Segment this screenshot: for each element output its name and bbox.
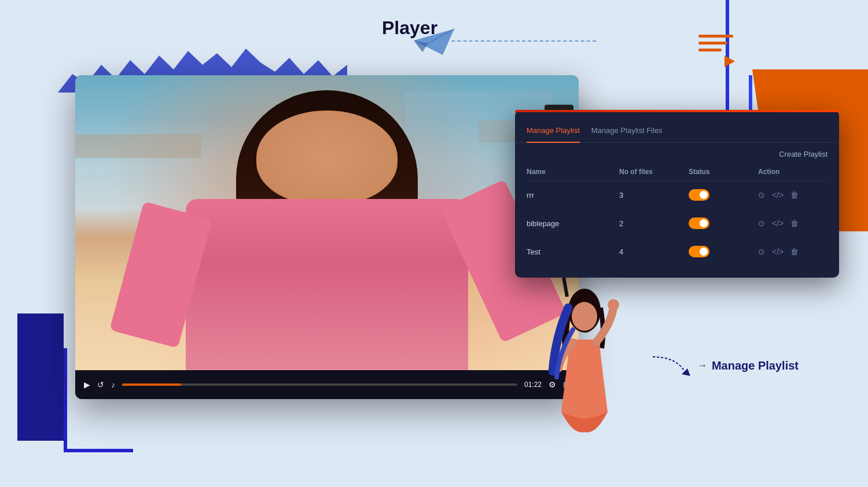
- row-2-files: 2: [619, 219, 689, 228]
- progress-bar[interactable]: [122, 383, 517, 386]
- row-1-files: 3: [619, 191, 689, 200]
- table-row: rrr 3 ⊙ </> 🗑: [527, 181, 827, 209]
- svg-point-6: [608, 299, 619, 311]
- panel-tabs: Manage Playlist Manage Playlist Files: [515, 112, 839, 143]
- col-name-header: Name: [527, 168, 619, 176]
- manage-playlist-label: → Manage Playlist: [647, 354, 799, 377]
- tab-manage-playlist-files[interactable]: Manage Playlist Files: [591, 121, 663, 143]
- video-thumbnail: [75, 75, 579, 370]
- row-2-delete-icon[interactable]: 🗑: [790, 219, 799, 228]
- row-2-toggle[interactable]: [689, 217, 709, 229]
- playlist-panel: Manage Playlist Manage Playlist Files Cr…: [515, 110, 839, 278]
- page-title: Player: [382, 17, 437, 39]
- dotted-line-decoration: [451, 40, 596, 42]
- dark-rect-decoration: [17, 313, 64, 441]
- row-2-actions: ⊙ </> 🗑: [758, 219, 827, 228]
- progress-bar-fill: [122, 383, 181, 386]
- time-display: 01:22: [524, 381, 542, 389]
- tab-manage-playlist[interactable]: Manage Playlist: [527, 121, 580, 143]
- table-header: Name No of files Status Action: [527, 163, 827, 181]
- row-3-code-icon[interactable]: </>: [772, 247, 784, 256]
- video-player: ▶ ↺ ♪ 01:22 ⚙ ⊡: [75, 75, 579, 399]
- row-2-status: [689, 217, 758, 229]
- row-1-view-icon[interactable]: ⊙: [758, 190, 765, 200]
- row-2-name: biblepage: [527, 219, 619, 228]
- playlist-table: Name No of files Status Action rrr 3 ⊙ <…: [515, 163, 839, 266]
- panel-header-row: Create Playlist: [515, 143, 839, 163]
- row-3-status: [689, 246, 758, 257]
- playlist-icon-decoration: [698, 35, 735, 67]
- col-files-header: No of files: [619, 168, 689, 176]
- row-1-actions: ⊙ </> 🗑: [758, 190, 827, 200]
- row-2-view-icon[interactable]: ⊙: [758, 219, 765, 228]
- row-3-files: 4: [619, 248, 689, 256]
- character-illustration: [544, 285, 625, 435]
- col-action-header: Action: [758, 168, 827, 176]
- rewind-button[interactable]: ↺: [97, 380, 104, 389]
- play-button[interactable]: ▶: [84, 380, 90, 389]
- row-1-toggle[interactable]: [689, 189, 709, 201]
- row-1-name: rrr: [527, 191, 619, 200]
- curve-arrow-icon: [647, 354, 693, 377]
- row-3-name: Test: [527, 248, 619, 256]
- col-status-header: Status: [689, 168, 758, 176]
- table-row: Test 4 ⊙ </> 🗑: [527, 238, 827, 266]
- row-1-code-icon[interactable]: </>: [772, 190, 784, 200]
- volume-button[interactable]: ♪: [111, 380, 115, 389]
- table-row: biblepage 2 ⊙ </> 🗑: [527, 209, 827, 238]
- row-3-actions: ⊙ </> 🗑: [758, 247, 827, 256]
- row-3-delete-icon[interactable]: 🗑: [790, 247, 799, 256]
- video-controls-bar: ▶ ↺ ♪ 01:22 ⚙ ⊡: [75, 370, 579, 399]
- create-playlist-button[interactable]: Create Playlist: [779, 150, 827, 158]
- row-1-delete-icon[interactable]: 🗑: [790, 190, 799, 200]
- label-arrow-icon: →: [698, 360, 707, 371]
- svg-point-5: [572, 302, 597, 331]
- row-2-code-icon[interactable]: </>: [772, 219, 784, 228]
- row-1-status: [689, 189, 758, 201]
- row-3-toggle[interactable]: [689, 246, 709, 257]
- manage-playlist-text: Manage Playlist: [712, 359, 799, 372]
- row-3-view-icon[interactable]: ⊙: [758, 247, 765, 256]
